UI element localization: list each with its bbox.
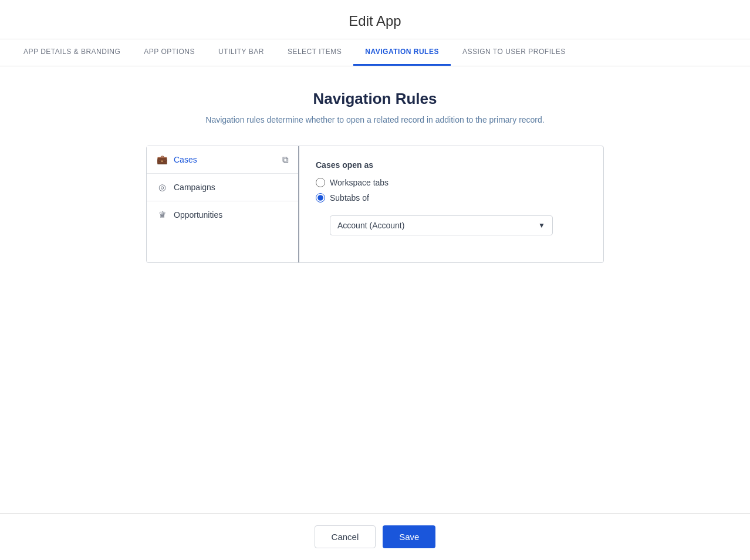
tab-app-details[interactable]: APP DETAILS & BRANDING (12, 39, 132, 66)
radio-subtabs-of-input[interactable] (316, 193, 325, 203)
list-item-campaigns[interactable]: Campaigns (147, 174, 298, 201)
radio-workspace-tabs-input[interactable] (316, 178, 325, 187)
nav-rules-panel: Cases Campaigns Opportunities Cases open… (146, 146, 604, 263)
tab-app-options[interactable]: APP OPTIONS (132, 39, 207, 66)
radio-subtabs-of-label: Subtabs of (330, 193, 369, 203)
tab-assign-to-user-profiles[interactable]: ASSIGN TO USER PROFILES (451, 39, 577, 66)
detail-panel: Cases open as Workspace tabs Subtabs of … (299, 146, 603, 262)
save-button[interactable]: Save (383, 525, 435, 548)
page-header: Edit App (0, 0, 750, 39)
tab-navigation-rules[interactable]: NAVIGATION RULES (353, 39, 451, 66)
radio-workspace-tabs-label: Workspace tabs (330, 178, 388, 187)
chevron-down-icon: ▼ (538, 221, 545, 230)
cancel-button[interactable]: Cancel (315, 525, 376, 548)
dropdown-value: Account (Account) (337, 221, 404, 230)
list-item-opportunities[interactable]: Opportunities (147, 201, 298, 228)
subtabs-section: Account (Account) ▼ (330, 211, 587, 235)
section-title: Navigation Rules (313, 90, 437, 108)
page-footer: Cancel Save (0, 513, 750, 560)
radio-workspace-tabs[interactable]: Workspace tabs (316, 178, 587, 187)
crown-icon (156, 210, 168, 220)
opportunities-label: Opportunities (174, 210, 289, 220)
copy-icon[interactable] (282, 154, 289, 165)
section-subtitle: Navigation rules determine whether to op… (205, 115, 544, 124)
target-icon (156, 182, 168, 193)
briefcase-icon (156, 154, 168, 165)
account-dropdown[interactable]: Account (Account) ▼ (330, 215, 553, 235)
tab-select-items[interactable]: SELECT ITEMS (276, 39, 353, 66)
page-title: Edit App (0, 13, 750, 29)
radio-group: Workspace tabs Subtabs of Account (Accou… (316, 178, 587, 235)
detail-title: Cases open as (316, 160, 587, 170)
tab-navigation: APP DETAILS & BRANDING APP OPTIONS UTILI… (0, 39, 750, 66)
tab-utility-bar[interactable]: UTILITY BAR (207, 39, 276, 66)
items-list: Cases Campaigns Opportunities (147, 146, 299, 262)
radio-subtabs-of[interactable]: Subtabs of (316, 193, 587, 203)
main-content: Navigation Rules Navigation rules determ… (0, 66, 750, 513)
campaigns-label: Campaigns (174, 183, 289, 192)
list-item-cases[interactable]: Cases (147, 146, 298, 174)
cases-label: Cases (174, 155, 276, 164)
